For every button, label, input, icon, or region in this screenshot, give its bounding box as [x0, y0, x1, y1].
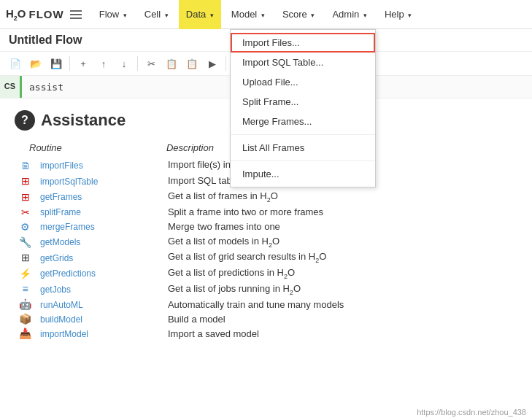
- routine-link-cell: getFrames: [36, 189, 163, 205]
- get-frames-icon: ⊞: [21, 191, 30, 203]
- dropdown-merge-frames[interactable]: Merge Frames...: [231, 112, 375, 131]
- table-row: 📥 importModel Import a saved model: [15, 326, 517, 341]
- routine-desc: Import a saved model: [163, 326, 517, 341]
- merge-frames-icon: ⚙: [20, 221, 30, 233]
- routine-desc: Split a frame into two or more frames: [163, 205, 517, 220]
- routine-desc: Get a list of predictions in H2O: [163, 266, 517, 282]
- table-row: 🔧 getModels Get a list of models in H2O: [15, 234, 517, 250]
- table-row: ⊞ getGrids Get a list of grid search res…: [15, 249, 517, 266]
- runAutoML-link[interactable]: runAutoML: [40, 300, 83, 310]
- nav-admin[interactable]: Admin ▾: [325, 0, 374, 29]
- routine-link-cell: splitFrame: [36, 205, 163, 220]
- routine-desc: Get a list of frames in H2O: [163, 189, 517, 205]
- toolbar-sep-1: [69, 56, 70, 71]
- row-icon: 🗎: [15, 158, 36, 174]
- get-grids-icon: ⊞: [21, 252, 30, 263]
- toolbar-copy-btn[interactable]: 📋: [162, 55, 181, 72]
- assistance-title-text: Assistance: [41, 111, 126, 130]
- routine-desc: Get a list of models in H2O: [163, 234, 517, 250]
- routine-link-cell: getPredictions: [36, 266, 163, 282]
- importFiles-link[interactable]: importFiles: [40, 160, 83, 171]
- row-icon: ⊞: [15, 189, 36, 205]
- row-icon: 🔧: [15, 234, 36, 250]
- getGrids-link[interactable]: getGrids: [40, 253, 73, 263]
- table-row: ⚡ getPredictions Get a list of predictio…: [15, 266, 517, 282]
- nav-help[interactable]: Help ▾: [377, 0, 419, 29]
- routine-desc: Automatically train and tune many models: [163, 297, 517, 311]
- routine-desc: Build a model: [163, 311, 517, 326]
- model-caret: ▾: [261, 12, 265, 19]
- getJobs-link[interactable]: getJobs: [40, 285, 71, 295]
- getFrames-link[interactable]: getFrames: [40, 192, 82, 202]
- import-sql-icon: ⊞: [21, 175, 30, 187]
- row-icon: ⊞: [15, 249, 36, 266]
- dropdown-list-frames[interactable]: List All Frames: [231, 138, 375, 158]
- importModel-link[interactable]: importModel: [40, 329, 88, 339]
- table-row: ≡ getJobs Get a list of jobs running in …: [15, 282, 517, 298]
- table-row: 📦 buildModel Build a model: [15, 311, 517, 326]
- dropdown-import-files[interactable]: Import Files...: [231, 33, 375, 53]
- brand: H2O FLOW: [6, 7, 82, 22]
- col-routine: Routine: [15, 141, 163, 158]
- splitFrame-link[interactable]: splitFrame: [40, 207, 81, 217]
- row-icon: ⊞: [15, 174, 36, 190]
- getModels-link[interactable]: getModels: [40, 237, 80, 247]
- routine-link-cell: importSqlTable: [36, 174, 163, 190]
- nav-score[interactable]: Score ▾: [275, 0, 323, 29]
- toolbar-sep-3: [225, 56, 226, 71]
- nav-model[interactable]: Model ▾: [224, 0, 272, 29]
- data-caret: ▾: [210, 12, 214, 19]
- routine-desc: Merge two frames into one: [163, 220, 517, 234]
- nav-cell[interactable]: Cell ▾: [137, 0, 176, 29]
- dropdown-impute[interactable]: Impute...: [231, 164, 375, 184]
- dropdown-import-sql[interactable]: Import SQL Table...: [231, 53, 375, 72]
- toolbar-paste-btn[interactable]: 📋: [182, 55, 201, 72]
- row-icon: ≡: [15, 282, 36, 298]
- data-dropdown-menu: Import Files... Import SQL Table... Uplo…: [230, 29, 376, 187]
- toolbar-new-btn[interactable]: 📄: [6, 55, 25, 72]
- routine-link-cell: importModel: [36, 326, 163, 341]
- flow-caret: ▾: [123, 12, 127, 19]
- mergeFrames-link[interactable]: mergeFrames: [40, 222, 95, 232]
- nav-data[interactable]: Data ▾: [179, 0, 221, 29]
- score-caret: ▾: [311, 12, 315, 19]
- hamburger-icon[interactable]: [70, 10, 82, 19]
- build-model-icon: 📦: [19, 313, 31, 325]
- getPredictions-link[interactable]: getPredictions: [40, 268, 96, 279]
- dropdown-split-frame[interactable]: Split Frame...: [231, 92, 375, 112]
- table-row: ⊞ getFrames Get a list of frames in H2O: [15, 189, 517, 205]
- toolbar-cut-btn[interactable]: ✂: [142, 55, 161, 72]
- cell-caret: ▾: [165, 12, 169, 19]
- dropdown-divider-1: [231, 134, 375, 135]
- get-models-icon: 🔧: [19, 236, 31, 248]
- brand-flow: FLOW: [29, 8, 64, 20]
- row-icon: ⚙: [15, 220, 36, 234]
- brand-h2o: H2O: [6, 7, 26, 22]
- import-model-icon: 📥: [19, 328, 31, 339]
- routine-link-cell: mergeFrames: [36, 220, 163, 234]
- toolbar-open-btn[interactable]: 📂: [26, 55, 45, 72]
- toolbar-run-btn[interactable]: ▶: [203, 55, 222, 72]
- routine-link-cell: buildModel: [36, 311, 163, 326]
- get-jobs-icon: ≡: [22, 283, 28, 295]
- buildModel-link[interactable]: buildModel: [40, 314, 82, 325]
- routine-link-cell: getGrids: [36, 249, 163, 266]
- routine-link-cell: importFiles: [36, 158, 163, 174]
- toolbar-add-btn[interactable]: +: [74, 55, 93, 72]
- row-icon: 📥: [15, 326, 36, 341]
- toolbar-sep-2: [137, 56, 138, 71]
- dropdown-divider-2: [231, 160, 375, 161]
- routine-desc: Get a list of jobs running in H2O: [163, 282, 517, 298]
- toolbar-up-btn[interactable]: ↑: [94, 55, 113, 72]
- toolbar-down-btn[interactable]: ↓: [115, 55, 134, 72]
- nav-flow[interactable]: Flow ▾: [92, 0, 134, 29]
- importSqlTable-link[interactable]: importSqlTable: [40, 177, 98, 187]
- dropdown-upload-file[interactable]: Upload File...: [231, 72, 375, 92]
- table-row: ⚙ mergeFrames Merge two frames into one: [15, 220, 517, 234]
- admin-caret: ▾: [363, 12, 367, 19]
- routine-link-cell: getModels: [36, 234, 163, 250]
- toolbar-save-btn[interactable]: 💾: [47, 55, 66, 72]
- row-icon: ⚡: [15, 266, 36, 282]
- navbar: H2O FLOW Flow ▾ Cell ▾ Data ▾ Model ▾ Sc…: [0, 0, 532, 29]
- statusbar: https://blog.csdn.net/zhou_438: [411, 406, 532, 418]
